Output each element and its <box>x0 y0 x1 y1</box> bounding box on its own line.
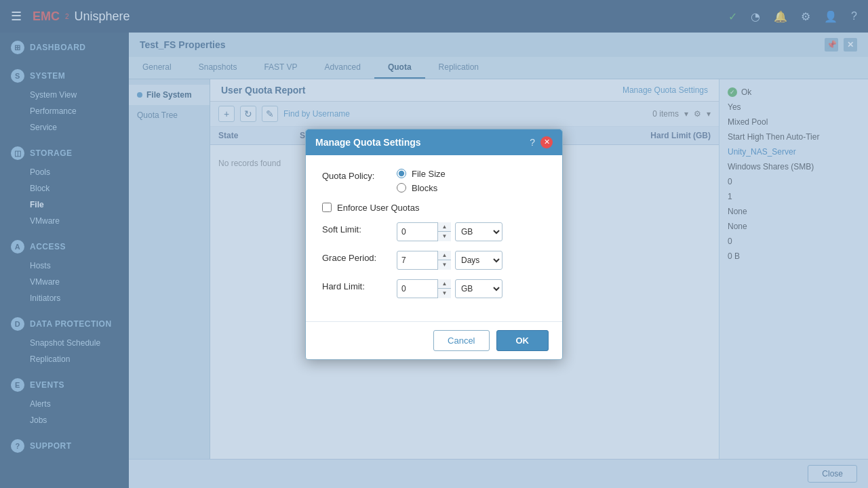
hard-limit-row: Hard Limit: ▲ ▼ MB GB TB <box>322 279 546 298</box>
enforce-quota-label: Enforce User Quotas <box>337 203 419 213</box>
hard-limit-controls: ▲ ▼ MB GB TB <box>397 279 546 298</box>
grace-period-label: Grace Period: <box>322 251 397 263</box>
manage-quota-modal: Manage Quota Settings ? ✕ Quota Policy: … <box>305 129 563 360</box>
hard-limit-label: Hard Limit: <box>322 279 397 291</box>
soft-limit-row: Soft Limit: ▲ ▼ MB GB TB <box>322 222 546 241</box>
grace-period-down-btn[interactable]: ▼ <box>438 260 451 270</box>
radio-blocks[interactable]: Blocks <box>397 183 546 193</box>
soft-limit-controls: ▲ ▼ MB GB TB <box>397 222 546 241</box>
radio-blocks-input[interactable] <box>397 183 406 192</box>
grace-period-unit-select[interactable]: Hours Days Weeks <box>455 251 502 270</box>
grace-period-input-wrap: ▲ ▼ <box>397 251 451 270</box>
hard-limit-unit-select[interactable]: MB GB TB <box>455 279 502 298</box>
soft-limit-spin-btns: ▲ ▼ <box>437 222 451 241</box>
modal-header-icons: ? ✕ <box>530 136 553 148</box>
enforce-quota-row[interactable]: Enforce User Quotas <box>322 203 546 213</box>
radio-file-size[interactable]: File Size <box>397 169 546 179</box>
modal-body: Quota Policy: File Size Blocks <box>306 155 562 321</box>
modal-overlay: Manage Quota Settings ? ✕ Quota Policy: … <box>0 0 868 488</box>
grace-period-row: Grace Period: ▲ ▼ Hours Days Weeks <box>322 251 546 270</box>
modal-close-icon[interactable]: ✕ <box>540 136 553 148</box>
soft-limit-up-btn[interactable]: ▲ <box>438 222 451 232</box>
soft-limit-down-btn[interactable]: ▼ <box>438 232 451 241</box>
quota-policy-row: Quota Policy: File Size Blocks <box>322 169 546 193</box>
quota-policy-radio-group: File Size Blocks <box>397 169 546 193</box>
grace-period-controls: ▲ ▼ Hours Days Weeks <box>397 251 546 270</box>
hard-limit-input-wrap: ▲ ▼ <box>397 279 451 298</box>
modal-title: Manage Quota Settings <box>315 137 421 148</box>
soft-limit-unit-select[interactable]: MB GB TB <box>455 222 502 241</box>
modal-footer: Cancel OK <box>306 321 562 359</box>
radio-file-size-input[interactable] <box>397 169 406 178</box>
radio-file-size-label: File Size <box>412 169 446 179</box>
modal-help-icon[interactable]: ? <box>530 137 535 148</box>
quota-policy-controls: File Size Blocks <box>397 169 546 193</box>
modal-header: Manage Quota Settings ? ✕ <box>306 129 562 155</box>
hard-limit-down-btn[interactable]: ▼ <box>438 289 451 298</box>
hard-limit-up-btn[interactable]: ▲ <box>438 279 451 289</box>
radio-blocks-label: Blocks <box>412 183 437 193</box>
soft-limit-label: Soft Limit: <box>322 222 397 235</box>
quota-policy-label: Quota Policy: <box>322 169 397 181</box>
cancel-button[interactable]: Cancel <box>433 330 489 351</box>
hard-limit-spin-btns: ▲ ▼ <box>437 279 451 298</box>
enforce-quota-checkbox[interactable] <box>322 203 332 212</box>
grace-period-up-btn[interactable]: ▲ <box>438 251 451 261</box>
grace-period-spin-btns: ▲ ▼ <box>437 251 451 270</box>
soft-limit-input-wrap: ▲ ▼ <box>397 222 451 241</box>
ok-button[interactable]: OK <box>496 330 549 351</box>
